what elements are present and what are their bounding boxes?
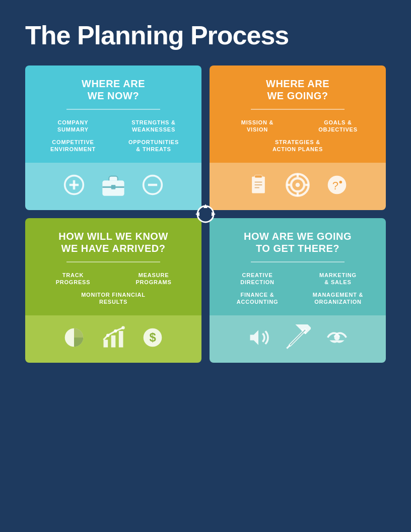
main-grid: WHERE AREWE NOW? COMPANYSUMMARY STRENGTH… <box>25 65 386 363</box>
briefcase-icon <box>100 172 126 201</box>
card-3-item-2: MEASUREPROGRAMS <box>116 272 191 286</box>
card-1-bottom <box>25 163 201 210</box>
card-2-item-3: STRATEGIES &ACTION PLANES <box>220 139 376 153</box>
card-3-divider <box>66 261 160 262</box>
refresh-icon <box>193 202 218 227</box>
card-4-item-3: FINANCE &ACCOUNTING <box>220 291 295 306</box>
svg-rect-5 <box>111 185 116 189</box>
card-4-top: HOW ARE WE GOINGTO GET THERE? CREATIVEDI… <box>210 218 386 315</box>
svg-rect-29 <box>119 331 123 348</box>
svg-point-32 <box>121 326 125 330</box>
card-how-are-we-going: HOW ARE WE GOINGTO GET THERE? CREATIVEDI… <box>210 218 386 363</box>
card-where-are-we-now: WHERE AREWE NOW? COMPANYSUMMARY STRENGTH… <box>25 65 201 210</box>
question-icon: ? <box>326 174 348 199</box>
svg-point-22 <box>339 181 342 184</box>
card-how-will-we-know: HOW WILL WE KNOWWE HAVE ARRIVED? TRACKPR… <box>25 218 201 363</box>
bar-chart-icon <box>100 324 126 354</box>
svg-point-30 <box>106 334 110 338</box>
tools-icon <box>285 324 311 354</box>
svg-text:?: ? <box>332 179 338 192</box>
card-2-title: WHERE AREWE GOING? <box>220 78 376 102</box>
card-1-item-4: OPPORTUNITIES& THREATS <box>116 139 191 153</box>
svg-point-39 <box>334 335 340 341</box>
card-4-items: CREATIVEDIRECTION MARKETING& SALES FINAN… <box>220 272 376 305</box>
card-2-item-2: GOALS &OBJECTIVES <box>300 119 376 134</box>
card-4-divider <box>251 261 345 262</box>
card-3-bottom: $ <box>25 315 201 363</box>
card-1-item-2: STRENGTHS &WEAKNESSES <box>116 119 191 134</box>
card-1-item-1: COMPANYSUMMARY <box>35 119 111 134</box>
card-1-items: COMPANYSUMMARY STRENGTHS &WEAKNESSES COM… <box>35 119 191 153</box>
handshake-icon <box>326 326 348 352</box>
card-1-top: WHERE AREWE NOW? COMPANYSUMMARY STRENGTH… <box>25 65 201 163</box>
card-where-are-we-going: WHERE AREWE GOING? MISSION &VISION GOALS… <box>210 65 386 210</box>
page-title: The Planning Process <box>25 20 386 50</box>
card-4-item-1: CREATIVEDIRECTION <box>220 272 295 286</box>
target-icon <box>285 172 311 201</box>
svg-line-37 <box>287 346 290 349</box>
card-1-divider <box>66 109 160 110</box>
svg-point-31 <box>114 329 117 333</box>
card-2-bottom: ? <box>210 163 386 210</box>
svg-rect-28 <box>111 336 116 348</box>
card-4-item-4: MANAGEMENT &ORGANIZATION <box>300 291 376 306</box>
pie-chart-icon <box>63 326 85 352</box>
svg-rect-27 <box>104 340 108 348</box>
svg-point-15 <box>296 183 300 187</box>
svg-rect-9 <box>255 175 262 178</box>
card-4-bottom <box>210 315 386 363</box>
megaphone-icon <box>247 326 269 352</box>
card-1-title: WHERE AREWE NOW? <box>35 78 191 102</box>
plus-icon <box>63 174 85 199</box>
card-2-top: WHERE AREWE GOING? MISSION &VISION GOALS… <box>210 65 386 163</box>
card-2-items: MISSION &VISION GOALS &OBJECTIVES STRATE… <box>220 119 376 153</box>
card-3-item-3: MONITOR FINANCIALRESULTS <box>35 291 191 306</box>
card-1-item-3: COMPETITIVEENVIRONMENT <box>35 139 111 153</box>
card-3-title: HOW WILL WE KNOWWE HAVE ARRIVED? <box>35 230 191 254</box>
card-4-item-2: MARKETING& SALES <box>300 272 376 286</box>
card-3-top: HOW WILL WE KNOWWE HAVE ARRIVED? TRACKPR… <box>25 218 201 315</box>
money-icon: $ <box>142 326 164 352</box>
card-3-item-1: TRACKPROGRESS <box>35 272 111 286</box>
clipboard-icon <box>247 174 269 199</box>
svg-line-38 <box>290 330 305 345</box>
card-4-title: HOW ARE WE GOINGTO GET THERE? <box>220 230 376 254</box>
card-3-items: TRACKPROGRESS MEASUREPROGRAMS MONITOR FI… <box>35 272 191 305</box>
card-2-item-1: MISSION &VISION <box>220 119 295 134</box>
card-2-divider <box>251 109 345 110</box>
minus-icon <box>142 174 164 199</box>
svg-text:$: $ <box>150 331 156 345</box>
